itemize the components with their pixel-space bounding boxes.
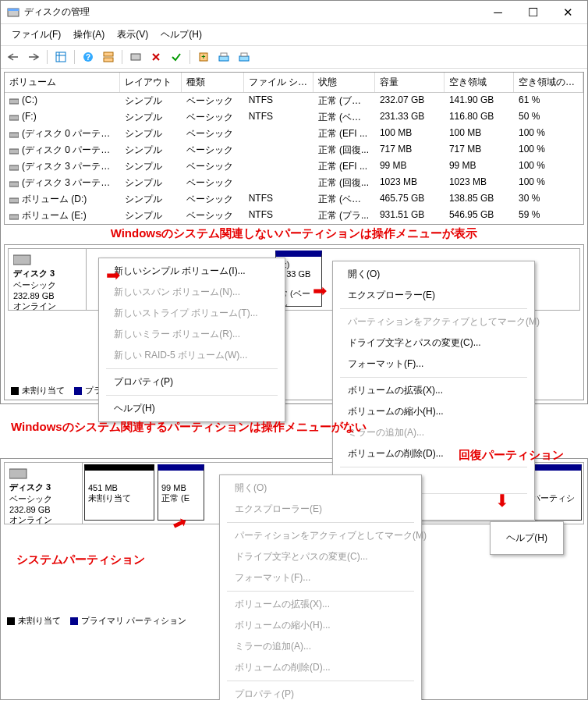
back-button[interactable] xyxy=(4,48,23,66)
svg-rect-20 xyxy=(9,165,19,170)
menu-extend[interactable]: ボリュームの拡張(X)... xyxy=(335,380,532,401)
svg-rect-15 xyxy=(241,53,247,56)
menu-view[interactable]: 表示(V) xyxy=(111,26,154,44)
app-icon xyxy=(7,6,19,19)
check-icon[interactable] xyxy=(167,48,186,66)
menu-explorer-3: エクスプローラー(E) xyxy=(222,499,419,520)
svg-rect-21 xyxy=(9,182,19,187)
help-popup[interactable]: ヘルプ(H) xyxy=(490,521,564,555)
legend-2: 未割り当て プライマリ パーティション xyxy=(7,615,186,696)
panels-icon[interactable] xyxy=(99,48,118,66)
menu-new-span-volume: 新しいスパン ボリューム(N)... xyxy=(101,282,282,303)
disk-type: ベーシック xyxy=(13,280,56,290)
col-status[interactable]: 状態 xyxy=(313,73,375,92)
menu-mark-active: パーティションをアクティブとしてマーク(M) xyxy=(335,311,532,332)
menu-help[interactable]: ヘルプ(H) xyxy=(154,26,208,44)
view-table-icon[interactable] xyxy=(51,48,70,66)
table-row[interactable]: ボリューム (E:)シンプルベーシックNTFS正常 (プラ...931.51 G… xyxy=(5,208,583,224)
svg-rect-19 xyxy=(9,149,19,154)
disk-icon[interactable] xyxy=(214,48,233,66)
menu-drive-letter-3: ドライブ文字とパスの変更(C)... xyxy=(222,546,419,567)
table-row[interactable]: (ディスク 3 パーティシ...シンプルベーシック正常 (回復...1023 M… xyxy=(5,175,583,191)
disk2-icon[interactable] xyxy=(235,48,253,66)
col-free[interactable]: 空き領域 xyxy=(445,73,514,92)
new-icon[interactable]: + xyxy=(194,48,213,66)
menu-shrink[interactable]: ボリュームの縮小(H)... xyxy=(335,401,532,422)
annotation-top: Windowsのシステム関連しないパーティションは操作メニューが表示 xyxy=(1,226,587,241)
titlebar: ディスクの管理 ─ ☐ ✕ xyxy=(1,1,587,24)
col-freepct[interactable]: 空き領域の割... xyxy=(514,73,583,92)
column-headers: ボリューム レイアウト 種類 ファイル システム 状態 容量 空き領域 空き領域… xyxy=(5,73,583,93)
menu-properties[interactable]: プロパティ(P) xyxy=(101,371,282,393)
disk-name-2: ディスク 3 xyxy=(9,482,51,492)
menu-add-mirror-3: ミラーの追加(A)... xyxy=(222,636,419,657)
menubar: ファイル(F) 操作(A) 表示(V) ヘルプ(H) xyxy=(1,24,587,46)
volume-list: ボリューム レイアウト 種類 ファイル システム 状態 容量 空き領域 空き領域… xyxy=(4,72,584,225)
disk-size: 232.89 GB xyxy=(13,291,55,300)
menu-action[interactable]: 操作(A) xyxy=(67,26,111,44)
menu-new-stripe-volume: 新しいストライプ ボリューム(T)... xyxy=(101,303,282,324)
sys-size: 99 MB xyxy=(161,483,186,492)
window-title: ディスクの管理 xyxy=(24,5,480,19)
col-volume[interactable]: ボリューム xyxy=(5,73,120,92)
legend-swatch-navy-2 xyxy=(70,617,78,625)
toolbar: ? + xyxy=(1,46,587,69)
partition-unallocated[interactable]: 451 MB 未割り当て xyxy=(84,464,154,521)
col-filesystem[interactable]: ファイル システム xyxy=(244,73,313,92)
annotation-sys: システムパーティション xyxy=(16,553,145,567)
menu-drive-letter[interactable]: ドライブ文字とパスの変更(C)... xyxy=(335,332,532,354)
col-capacity[interactable]: 容量 xyxy=(375,73,445,92)
menu-open-3: 開く(O) xyxy=(222,478,419,499)
svg-rect-22 xyxy=(9,198,19,203)
disk-info-2[interactable]: ディスク 3 ベーシック 232.89 GB オンライン xyxy=(5,463,83,524)
col-layout[interactable]: レイアウト xyxy=(120,73,182,92)
annotation-mid: Windowsのシステム関連するパーティションは操作メニューがない xyxy=(11,420,588,435)
menu-format-3: フォーマット(F)... xyxy=(222,567,419,588)
disk-graphical-pane: ディスク 3 ベーシック 232.89 GB オンライン F:) 1.33 GB… xyxy=(4,244,584,400)
disk-info[interactable]: ディスク 3 ベーシック 232.89 GB オンライン xyxy=(9,249,87,310)
help-icon[interactable]: ? xyxy=(79,48,97,66)
maximize-button[interactable]: ☐ xyxy=(515,2,551,23)
help-popup-text: ヘルプ(H) xyxy=(506,532,547,543)
minimize-button[interactable]: ─ xyxy=(480,2,515,23)
sys-status: 正常 (E xyxy=(161,493,190,503)
menu-delete-volume-3: ボリュームの削除(D)... xyxy=(222,657,419,678)
volume-rows: (C:)シンプルベーシックNTFS正常 (ブート...232.07 GB141.… xyxy=(5,93,583,224)
scan-icon[interactable] xyxy=(126,48,145,66)
table-row[interactable]: (ディスク 3 パーティシ...シンプルベーシック正常 (EFI ...99 M… xyxy=(5,158,583,175)
annotation-rec: 回復パーティション xyxy=(459,448,564,463)
svg-rect-13 xyxy=(221,53,227,56)
close-button[interactable]: ✕ xyxy=(551,2,586,23)
svg-rect-2 xyxy=(56,52,66,62)
context-menu-system-partition: 開く(O) エクスプローラー(E) パーティションをアクティブとしてマーク(M)… xyxy=(219,474,422,700)
svg-rect-12 xyxy=(219,56,228,61)
delete-icon[interactable] xyxy=(147,48,165,66)
partition-system[interactable]: 99 MB 正常 (E xyxy=(158,464,204,521)
svg-rect-25 xyxy=(9,469,27,478)
legend-swatch-black xyxy=(11,387,19,395)
context-menu-unallocated: 新しいシンプル ボリューム(I)... 新しいスパン ボリューム(N)... 新… xyxy=(98,258,285,422)
table-row[interactable]: (ディスク 0 パーティシ...シンプルベーシック正常 (EFI ...100 … xyxy=(5,126,583,142)
menu-new-simple-volume[interactable]: 新しいシンプル ボリューム(I)... xyxy=(101,261,282,282)
menu-format[interactable]: フォーマット(F)... xyxy=(335,354,532,375)
unalloc-size: 451 MB xyxy=(88,483,118,492)
menu-help[interactable]: ヘルプ(H) xyxy=(101,398,282,419)
table-row[interactable]: ボリューム (D:)シンプルベーシックNTFS正常 (ベーシ...465.75 … xyxy=(5,191,583,208)
col-type[interactable]: 種類 xyxy=(182,73,243,92)
table-row[interactable]: (ディスク 0 パーティシ...シンプルベーシック正常 (回復...717 MB… xyxy=(5,142,583,158)
menu-open[interactable]: 開く(O) xyxy=(335,264,532,285)
legend-unalloc-2: 未割り当て xyxy=(18,616,61,625)
disk-status-2: オンライン xyxy=(9,515,52,524)
menu-file[interactable]: ファイル(F) xyxy=(5,26,67,44)
table-row[interactable]: (F:)シンプルベーシックNTFS正常 (ベーシ...231.33 GB116.… xyxy=(5,109,583,126)
menu-explorer[interactable]: エクスプローラー(E) xyxy=(335,285,532,306)
svg-rect-7 xyxy=(104,52,113,56)
forward-button[interactable] xyxy=(24,48,43,66)
disk-management-window: ディスクの管理 ─ ☐ ✕ ファイル(F) 操作(A) 表示(V) ヘルプ(H)… xyxy=(0,0,588,404)
legend-unalloc: 未割り当て xyxy=(22,386,65,395)
table-row[interactable]: (C:)シンプルベーシックNTFS正常 (ブート...232.07 GB141.… xyxy=(5,93,583,109)
unalloc-label: 未割り当て xyxy=(88,493,131,503)
svg-rect-1 xyxy=(8,9,19,11)
disk-type-2: ベーシック xyxy=(9,494,52,503)
menu-new-mirror-volume: 新しいミラー ボリューム(R)... xyxy=(101,324,282,345)
